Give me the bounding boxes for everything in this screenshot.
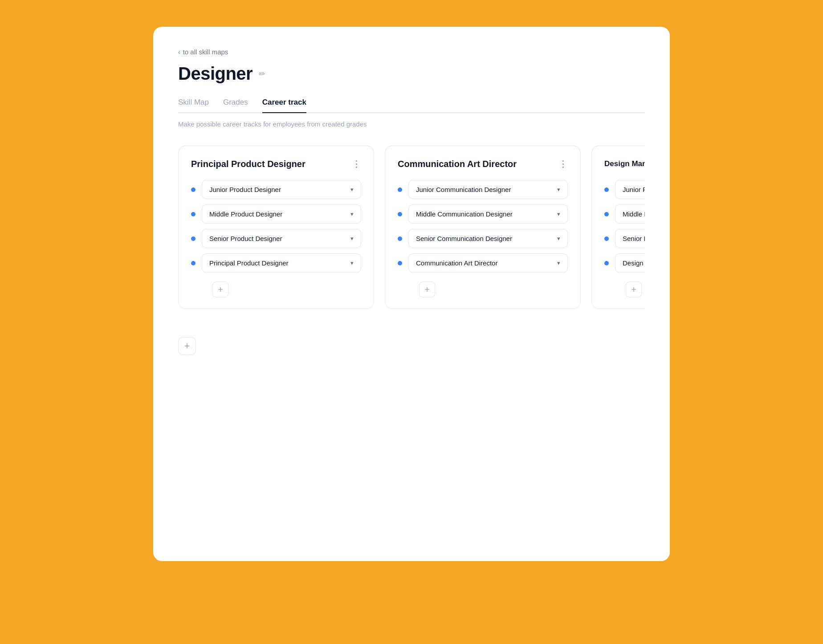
track-select-arrow-icon: ▾ — [350, 186, 354, 193]
back-chevron-icon: ‹ — [178, 49, 180, 56]
page-title: Designer — [178, 64, 253, 84]
tabs-nav: Skill Map Grades Career track — [178, 98, 645, 113]
track-dot — [191, 236, 196, 241]
track-select-1-3[interactable]: Principal Product Designer ▾ — [202, 253, 361, 273]
track-select-3-2[interactable]: Senior Pr… ▾ — [615, 229, 645, 248]
track-select-1-3-text: Principal Product Designer — [209, 259, 347, 267]
track-dot — [191, 187, 196, 192]
track-dot — [604, 187, 609, 192]
track-select-1-2[interactable]: Senior Product Designer ▾ — [202, 229, 361, 248]
track-select-2-2-text: Senior Communication Designer — [416, 235, 554, 242]
track-card-3: Design Mana… ⋮ Junior Pri… ▾ Middle Pr… … — [591, 146, 645, 309]
track-card-2-items: Junior Communication Designer ▾ Middle C… — [398, 180, 568, 273]
track-card-1-header: Principal Product Designer ⋮ — [191, 159, 361, 169]
page-header: Designer ✏ — [178, 64, 645, 84]
track-dot — [604, 236, 609, 241]
track-select-arrow-icon: ▾ — [557, 260, 560, 266]
track-item-row: Middle Product Designer ▾ — [191, 204, 361, 224]
track-dot — [398, 261, 402, 265]
track-item-row: Principal Product Designer ▾ — [191, 253, 361, 273]
add-item-button-1[interactable]: + — [212, 281, 228, 298]
track-select-2-1[interactable]: Middle Communication Designer ▾ — [408, 204, 568, 224]
track-select-3-1-text: Middle Pr… — [623, 210, 645, 218]
tab-skill-map[interactable]: Skill Map — [178, 98, 209, 112]
track-select-1-0-text: Junior Product Designer — [209, 186, 347, 193]
track-item-row: Senior Communication Designer ▾ — [398, 229, 568, 248]
track-card-2-title: Communication Art Director — [398, 159, 517, 169]
track-item-row: Senior Pr… ▾ — [604, 229, 645, 248]
track-select-3-0[interactable]: Junior Pri… ▾ — [615, 180, 645, 199]
track-select-arrow-icon: ▾ — [557, 235, 560, 242]
track-select-arrow-icon: ▾ — [557, 186, 560, 193]
track-item-row: Middle Communication Designer ▾ — [398, 204, 568, 224]
track-select-arrow-icon: ▾ — [350, 235, 354, 242]
track-card-3-header: Design Mana… ⋮ — [604, 159, 645, 169]
track-select-arrow-icon: ▾ — [350, 260, 354, 266]
track-select-arrow-icon: ▾ — [557, 211, 560, 217]
track-card-1: Principal Product Designer ⋮ Junior Prod… — [178, 146, 374, 309]
track-item-row: Communication Art Director ▾ — [398, 253, 568, 273]
back-link[interactable]: ‹ to all skill maps — [178, 48, 645, 56]
track-select-3-1[interactable]: Middle Pr… ▾ — [615, 204, 645, 224]
track-card-3-title: Design Mana… — [604, 159, 645, 168]
track-select-1-1[interactable]: Middle Product Designer ▾ — [202, 204, 361, 224]
track-card-2: Communication Art Director ⋮ Junior Comm… — [385, 146, 581, 309]
track-card-2-menu-icon[interactable]: ⋮ — [558, 159, 568, 169]
add-item-button-3[interactable]: + — [626, 281, 642, 298]
track-card-3-items: Junior Pri… ▾ Middle Pr… ▾ Senior Pr… — [604, 180, 645, 273]
track-dot — [604, 261, 609, 265]
track-dot — [398, 236, 402, 241]
track-item-row: Junior Pri… ▾ — [604, 180, 645, 199]
track-select-3-3[interactable]: Design M… ▾ — [615, 253, 645, 273]
track-dot — [398, 187, 402, 192]
track-select-2-3[interactable]: Communication Art Director ▾ — [408, 253, 568, 273]
track-item-row: Junior Product Designer ▾ — [191, 180, 361, 199]
track-select-1-2-text: Senior Product Designer — [209, 235, 347, 242]
track-select-3-0-text: Junior Pri… — [623, 186, 645, 193]
track-dot — [398, 212, 402, 216]
track-item-row: Junior Communication Designer ▾ — [398, 180, 568, 199]
track-item-row: Middle Pr… ▾ — [604, 204, 645, 224]
track-select-1-0[interactable]: Junior Product Designer ▾ — [202, 180, 361, 199]
track-card-1-title: Principal Product Designer — [191, 159, 306, 169]
track-select-2-1-text: Middle Communication Designer — [416, 210, 554, 218]
back-link-label: to all skill maps — [183, 48, 228, 56]
main-container: ‹ to all skill maps Designer ✏ Skill Map… — [153, 27, 670, 561]
add-item-button-2[interactable]: + — [419, 281, 435, 298]
track-select-2-0[interactable]: Junior Communication Designer ▾ — [408, 180, 568, 199]
track-select-1-1-text: Middle Product Designer — [209, 210, 347, 218]
track-card-1-items: Junior Product Designer ▾ Middle Product… — [191, 180, 361, 273]
tab-description: Make possible career tracks for employee… — [178, 120, 645, 128]
track-dot — [191, 261, 196, 265]
track-item-row: Senior Product Designer ▾ — [191, 229, 361, 248]
add-track-button[interactable]: + — [178, 337, 196, 355]
track-select-3-3-text: Design M… — [623, 259, 645, 267]
track-item-row: Design M… ▾ — [604, 253, 645, 273]
track-select-2-2[interactable]: Senior Communication Designer ▾ — [408, 229, 568, 248]
track-select-2-0-text: Junior Communication Designer — [416, 186, 554, 193]
tracks-row: Principal Product Designer ⋮ Junior Prod… — [178, 146, 645, 309]
track-dot — [604, 212, 609, 216]
track-select-3-2-text: Senior Pr… — [623, 235, 645, 242]
track-card-1-menu-icon[interactable]: ⋮ — [352, 159, 361, 169]
track-dot — [191, 212, 196, 216]
track-select-2-3-text: Communication Art Director — [416, 259, 554, 267]
tab-career-track[interactable]: Career track — [262, 98, 306, 112]
edit-icon[interactable]: ✏ — [259, 69, 265, 79]
tab-grades[interactable]: Grades — [223, 98, 248, 112]
track-select-arrow-icon: ▾ — [350, 211, 354, 217]
track-card-2-header: Communication Art Director ⋮ — [398, 159, 568, 169]
